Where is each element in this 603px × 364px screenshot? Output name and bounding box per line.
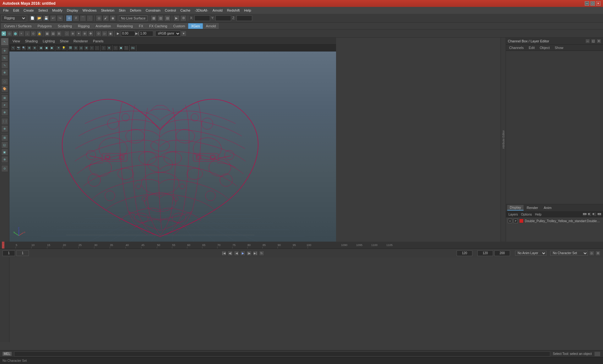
- close-button[interactable]: ✕: [596, 1, 600, 6]
- vp-menu-shading[interactable]: Shading: [23, 39, 40, 44]
- vp-btn-show-all[interactable]: ⊙: [73, 46, 78, 51]
- attr-editor-strip[interactable]: Attribute Editor: [501, 38, 506, 242]
- soft-sel-btn[interactable]: ◉: [110, 15, 116, 21]
- icon-btn-13[interactable]: ✦: [76, 31, 82, 36]
- fps-field-2[interactable]: [139, 31, 153, 36]
- vp-btn-img-plane[interactable]: 🖼: [68, 46, 73, 51]
- options-label[interactable]: Options: [520, 213, 533, 216]
- redo-btn[interactable]: ↪: [57, 15, 63, 21]
- save-btn[interactable]: 💾: [43, 15, 49, 21]
- snap-curve-btn[interactable]: ⌒: [80, 15, 86, 21]
- layer-prev-btn[interactable]: ◀◀: [582, 212, 587, 217]
- layer-visibility-btn[interactable]: V: [508, 219, 512, 223]
- tool-8[interactable]: ◱: [1, 142, 8, 148]
- menu-display[interactable]: Display: [65, 8, 80, 13]
- vp-menu-view[interactable]: View: [11, 39, 22, 44]
- vp-btn-aa[interactable]: Aa: [130, 46, 135, 51]
- next-frame-btn[interactable]: |▶: [247, 251, 252, 256]
- vp-menu-renderer[interactable]: Renderer: [72, 39, 90, 44]
- menu-skin[interactable]: Skin: [117, 8, 127, 13]
- cb-minimize-btn[interactable]: ─: [585, 39, 590, 43]
- anim-layer-dropdown[interactable]: No Anim Layer: [515, 251, 546, 256]
- tab-fx-caching[interactable]: FX Caching: [146, 23, 170, 29]
- snap-btn[interactable]: ⊗: [1, 109, 8, 116]
- menu-select[interactable]: Select: [36, 8, 50, 13]
- tab-polygons[interactable]: Polygons: [35, 23, 54, 29]
- layer-next2-btn[interactable]: ▶▶: [597, 212, 602, 217]
- icon-btn-9[interactable]: ▤: [50, 31, 56, 36]
- vp-btn-nurbs[interactable]: ⊗: [84, 46, 89, 51]
- prev-frame-btn[interactable]: ◀|: [228, 251, 233, 256]
- menu-file[interactable]: File: [1, 8, 11, 13]
- current-frame-field[interactable]: [16, 250, 29, 256]
- tool-7[interactable]: ⊞: [1, 134, 8, 141]
- timeline-ruler[interactable]: 1 5 10 15 20 25 30 35 40 45 50 55 60 65 …: [0, 242, 603, 249]
- layer-tab-display[interactable]: Display: [507, 205, 524, 211]
- menu-create[interactable]: Create: [22, 8, 36, 13]
- tab-animation[interactable]: Animation: [93, 23, 114, 29]
- layout-1[interactable]: ▦: [150, 15, 157, 21]
- tab-curves-surfaces[interactable]: Curves / Surfaces: [1, 23, 34, 29]
- cb-close-btn[interactable]: ✕: [597, 39, 601, 43]
- timeline-bar[interactable]: 1 5 10 15 20 25 30 35 40 45 50 55 60 65 …: [0, 242, 603, 249]
- tab-rendering[interactable]: Rendering: [114, 23, 136, 29]
- playback-end-field[interactable]: [494, 250, 510, 256]
- no-live-surface-btn[interactable]: No Live Surface: [119, 15, 148, 21]
- vp-btn-sel-hi[interactable]: ⋮: [101, 46, 106, 51]
- icon-btn-15[interactable]: ✤: [88, 31, 94, 36]
- char-set-btn2[interactable]: ⚙: [595, 251, 600, 256]
- vp-btn-smooth[interactable]: ◼: [44, 46, 49, 51]
- playback-start-field[interactable]: [477, 250, 493, 256]
- menu-control[interactable]: Control: [163, 8, 178, 13]
- undo-btn[interactable]: ↩: [50, 15, 56, 21]
- vp-btn-wireframe[interactable]: ▦: [39, 46, 44, 51]
- cmd-clear-btn[interactable]: [594, 351, 600, 356]
- help-label[interactable]: Help: [534, 213, 543, 216]
- menu-deform[interactable]: Deform: [128, 8, 143, 13]
- cb-tab-channels[interactable]: Channels: [507, 45, 525, 50]
- vp-btn-select[interactable]: ↖: [11, 46, 16, 51]
- layout-2[interactable]: ▥: [157, 15, 164, 21]
- select-btn[interactable]: ⊹: [66, 15, 72, 21]
- menu-skeleton[interactable]: Skeleton: [99, 8, 116, 13]
- soft-sel-tool[interactable]: ◌: [1, 78, 8, 85]
- play-forward-btn[interactable]: ▶: [240, 251, 245, 256]
- vp-btn-r1[interactable]: ◾: [113, 46, 118, 51]
- icon-btn-5[interactable]: ↓: [24, 31, 30, 36]
- vp-btn-snap[interactable]: ⊕: [32, 46, 37, 51]
- character-set-dropdown[interactable]: No Character Set: [550, 251, 588, 256]
- menu-edit[interactable]: Edit: [11, 8, 21, 13]
- menu-arnold[interactable]: Arnold: [211, 8, 225, 13]
- rotate-tool-btn[interactable]: ↻: [1, 55, 8, 62]
- icon-btn-18[interactable]: ◉: [108, 31, 113, 36]
- icon-btn-11[interactable]: ◌: [64, 31, 70, 36]
- menu-cache[interactable]: Cache: [178, 8, 192, 13]
- x-field[interactable]: [194, 15, 210, 21]
- cb-tab-show[interactable]: Show: [553, 45, 565, 50]
- vp-btn-camera[interactable]: 📷: [16, 46, 21, 51]
- grid-btn[interactable]: #: [1, 102, 8, 109]
- tool-11[interactable]: ⊙: [1, 165, 8, 172]
- vp-btn-light2[interactable]: 💡: [61, 46, 66, 51]
- gamma-dropdown[interactable]: sRGB gamma: [155, 31, 181, 36]
- icon-btn-1[interactable]: ✕: [1, 31, 6, 36]
- lasso-btn[interactable]: ◎: [96, 15, 102, 21]
- menu-modify[interactable]: Modify: [50, 8, 64, 13]
- tab-rigging[interactable]: Rigging: [75, 23, 92, 29]
- layout-3[interactable]: ▤: [164, 15, 171, 21]
- icon-btn-14[interactable]: ⊕: [82, 31, 88, 36]
- paint-btn[interactable]: 🖌: [103, 15, 109, 21]
- icon-btn-8[interactable]: ▦: [44, 31, 50, 36]
- start-frame-field[interactable]: [3, 250, 15, 256]
- cb-tab-object[interactable]: Object: [538, 45, 551, 50]
- vp-menu-panels[interactable]: Panels: [91, 39, 106, 44]
- vp-btn-light1[interactable]: ☀: [56, 46, 61, 51]
- vp-btn-sub2[interactable]: ·: [95, 46, 100, 51]
- vp-btn-manips[interactable]: ⊕: [106, 46, 111, 51]
- layer-playback-btn[interactable]: P: [513, 219, 518, 223]
- rigging-dropdown[interactable]: Rigging: [1, 15, 26, 21]
- vp-btn-r2[interactable]: ◼: [118, 46, 123, 51]
- maximize-button[interactable]: □: [590, 1, 595, 6]
- vp-btn-focal[interactable]: 🔍: [21, 46, 26, 51]
- tool-10[interactable]: ⊗: [1, 156, 8, 163]
